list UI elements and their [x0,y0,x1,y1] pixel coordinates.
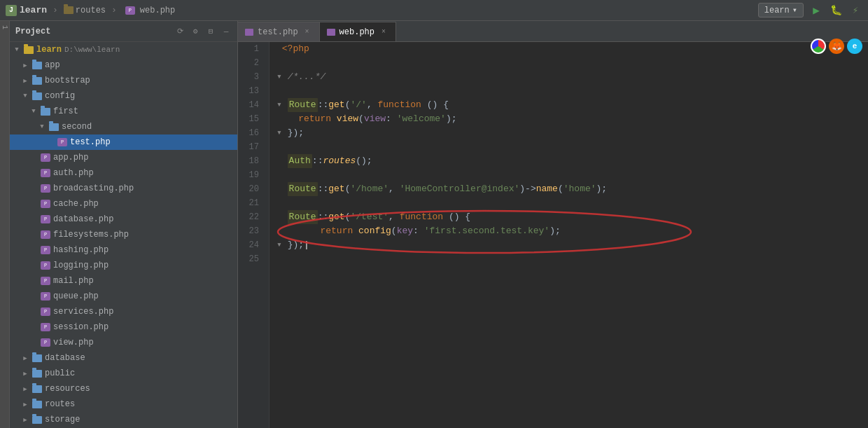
tree-item-config[interactable]: ▼ config [10,88,237,104]
ie-icon[interactable]: e [847,39,862,54]
app-icon: J [6,5,17,16]
tree-item-cachephp[interactable]: P cache.php [10,196,237,212]
webphp-tab-label: web.php [340,27,374,37]
code-23-paren: ( [391,224,397,238]
code-line-13 [276,84,861,98]
public-arrow-icon: ▶ [21,370,29,378]
tree-item-appphp[interactable]: P app.php [10,150,237,165]
fold-icon-1 [276,42,282,56]
tree-item-bootstrap[interactable]: ▶ bootstrap [10,73,237,88]
breadcrumb-routes[interactable]: routes [64,6,106,15]
sidebar-header: Project ⟳ ⚙ ⊟ — [0,21,237,42]
breadcrumb-webphp[interactable]: P web.php [122,6,175,15]
testphp-tab-close[interactable]: × [302,27,312,37]
public-folder-icon [32,370,42,378]
code-18-sep: :: [312,154,323,168]
viewphp-icon: P [41,338,50,347]
tab-testphp[interactable]: test.php × [238,22,320,41]
webphp-tab-close[interactable]: × [379,27,388,37]
code-15-viewparam: view [364,112,386,126]
code-14-comma: , [367,98,378,112]
tree-item-authphp[interactable]: P auth.php [10,165,237,181]
debug-button[interactable]: 🐛 [829,4,843,18]
sidebar-layout-btn[interactable]: ⊟ [205,26,216,37]
cachephp-label: cache.php [53,199,99,209]
tree-item-database-dir[interactable]: ▶ database [10,350,237,366]
tree-item-app[interactable]: ▶ app [10,57,237,73]
tree-item-mailphp[interactable]: P mail.php [10,273,237,289]
testphp-label: test.php [70,137,111,147]
file-tree: ▼ learn D:\www\learn ▶ app ▶ bootstrap ▼ [0,42,237,428]
linenum-13: 13 [238,84,263,98]
code-20-sep: :: [318,182,329,196]
code-14-paren: ( [345,98,351,112]
sidebar-settings-btn[interactable]: ⚙ [190,26,201,37]
routes-arrow-icon: ▶ [21,401,29,408]
routes-label: routes [45,399,75,409]
code-line-16: ▾ }); [276,126,861,140]
chrome-icon[interactable] [811,39,826,54]
linenum-3: 3 [238,70,263,84]
app-logo[interactable]: J learn [6,5,47,16]
tree-item-sessionphp[interactable]: P session.php [10,319,237,335]
code-20-paren: ( [345,182,351,196]
storage-folder-icon [32,416,42,424]
tree-item-viewphp[interactable]: P view.php [10,335,237,350]
servicesphp-icon: P [41,308,50,316]
tree-item-broadcastingphp[interactable]: P broadcasting.php [10,181,237,196]
code-24-close: }); [288,238,304,252]
code-23-keyparam: key [397,224,413,238]
linenum-14: 14 [238,98,263,112]
tree-item-loggingphp[interactable]: P logging.php [10,258,237,273]
tree-root[interactable]: ▼ learn D:\www\learn [10,42,237,57]
code-14-sep: :: [318,98,329,112]
editor-area: test.php × web.php × 🦊 e 1 2 3 13 14 [238,21,868,428]
code-15-welcome: 'welcome' [397,112,446,126]
linenum-19: 19 [238,168,263,182]
fold-icon-14: ▾ [276,98,288,112]
code-20-comma: , [388,182,400,196]
code-14-str: '/' [350,98,366,112]
code-comment: /*...*/ [288,70,326,84]
tree-item-queuephp[interactable]: P queue.php [10,289,237,304]
code-20-home: '/home' [350,182,388,196]
tree-item-filesystemsphp[interactable]: P filesystems.php [10,227,237,242]
code-23-return: return [320,224,353,238]
tree-item-resources[interactable]: ▶ resources [10,381,237,396]
resources-folder-icon [32,385,42,393]
tree-item-databasephp[interactable]: P database.php [10,212,237,227]
first-folder-icon [41,108,50,116]
code-18-indent [276,154,288,168]
code-20-get: get [328,182,344,196]
tab-webphp[interactable]: web.php × [320,22,396,41]
route-class-22: Route [288,210,318,224]
queuephp-icon: P [41,292,50,301]
tree-item-storage[interactable]: ▶ storage [10,412,237,427]
root-arrow-icon: ▼ [13,46,21,53]
play-icon: ▶ [813,4,820,18]
code-20-name: name [536,182,558,196]
code-15-closeparen: ); [446,112,457,126]
editor-content[interactable]: 1 2 3 13 14 15 16 17 18 19 20 21 22 23 2… [238,42,868,428]
code-15-space [331,112,337,126]
code-14-rest: () { [421,98,449,112]
code-editor[interactable]: <?php ▾ /*...*/ ▾ Route :: get ( [270,42,868,428]
tree-item-testphp[interactable]: P test.php [10,134,237,150]
tree-item-routes[interactable]: ▶ routes [10,396,237,412]
run-config-btn[interactable]: learn ▾ [758,3,804,18]
tree-item-first[interactable]: ▼ first [10,104,237,119]
sidebar-sync-btn[interactable]: ⟳ [174,26,186,37]
run-button[interactable]: ▶ [809,4,823,18]
tree-item-hashingphp[interactable]: P hashing.php [10,242,237,258]
tree-item-public[interactable]: ▶ public [10,366,237,381]
databasephp-label: database.php [53,214,113,224]
sidebar-minimize-btn[interactable]: — [220,26,232,37]
code-line-21 [276,196,861,210]
code-line-22: Route :: get ( '/test' , function () { [276,210,861,224]
firefox-icon[interactable]: 🦊 [829,39,844,54]
coverage-button[interactable]: ⚡ [848,4,862,18]
tree-item-servicesphp[interactable]: P services.php [10,304,237,319]
tree-item-second[interactable]: ▼ second [10,119,237,134]
route-class-14: Route [288,98,318,112]
webphp-tab-icon [327,29,335,36]
